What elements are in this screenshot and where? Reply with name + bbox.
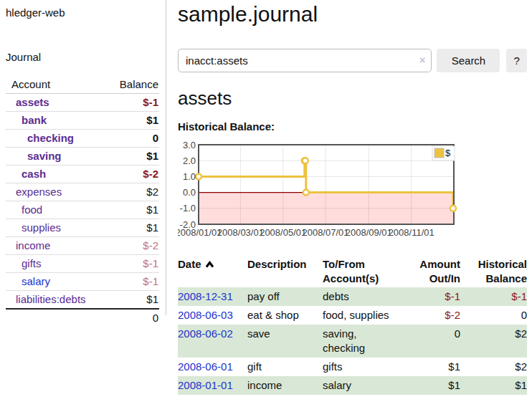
account-row[interactable]: salary$-1 — [6, 273, 159, 291]
sort-asc-icon — [205, 257, 214, 272]
account-row[interactable]: income$-2 — [6, 237, 159, 255]
register-cell-amount: $1 — [403, 376, 460, 395]
register-cell-balance: 0 — [460, 306, 527, 325]
y-tick-label: 1.0 — [183, 171, 196, 182]
register-row[interactable]: 2008-01-01incomesalary$1$1 — [178, 376, 527, 395]
accounts-table: Account Balance assets$-1bank$1checking0… — [6, 76, 159, 327]
register-cell-accounts: debts — [323, 287, 403, 306]
account-row[interactable]: saving$1 — [6, 148, 159, 166]
y-tick-label: 0.0 — [183, 187, 196, 198]
register-row[interactable]: 2008-06-02savesaving, checking0$2 — [178, 325, 527, 358]
register-row[interactable]: 2008-06-03eat & shopfood, supplies$-20 — [178, 306, 527, 325]
register-table: Date Description To/From Account(s) Amou… — [178, 256, 527, 395]
legend-label: $ — [445, 148, 451, 158]
x-tick-label: 2008/11/01 — [389, 227, 434, 238]
search-button[interactable]: Search — [437, 49, 500, 72]
register-cell-description: gift — [247, 358, 323, 376]
sidebar-account-saving[interactable]: saving — [27, 150, 62, 162]
sidebar-account-supplies[interactable]: supplies — [22, 221, 61, 234]
transaction-date-link[interactable]: 2008-06-02 — [178, 327, 233, 340]
accounts-tbody: assets$-1bank$1checking0saving$1cash$-2e… — [6, 94, 159, 310]
account-row[interactable]: food$1 — [6, 201, 159, 219]
search-input[interactable] — [178, 49, 432, 72]
register-cell-date[interactable]: 2008-06-03 — [178, 306, 247, 325]
sidebar-account-cash[interactable]: cash — [22, 168, 46, 180]
sidebar-account-income[interactable]: income — [16, 239, 50, 251]
sidebar-account-food[interactable]: food — [22, 203, 42, 216]
register-cell-accounts: gifts — [323, 358, 403, 376]
transaction-date-link[interactable]: 2008-01-01 — [178, 379, 233, 391]
register-row[interactable]: 2008-06-01giftgifts$1$2 — [178, 358, 527, 376]
register-cell-accounts: salary — [323, 376, 403, 395]
register-cell-date[interactable]: 2008-01-01 — [178, 376, 247, 395]
account-balance: $-1 — [101, 255, 159, 273]
register-cell-amount: 0 — [403, 325, 460, 358]
register-cell-description: pay off — [247, 287, 323, 306]
account-balance: $1 — [101, 201, 159, 219]
account-row[interactable]: bank$1 — [6, 112, 159, 130]
account-balance: 0 — [101, 130, 159, 148]
register-cell-amount: $-2 — [403, 306, 460, 325]
account-balance: $-2 — [101, 166, 159, 183]
transaction-date-link[interactable]: 2008-06-01 — [178, 360, 233, 373]
help-button[interactable]: ? — [506, 49, 527, 72]
account-balance: $-1 — [101, 273, 159, 291]
y-tick-label: 3.0 — [183, 140, 196, 150]
sidebar-account-expenses[interactable]: expenses — [16, 186, 62, 198]
account-row[interactable]: expenses$2 — [6, 183, 159, 201]
register-header-amount: Amount Out/In — [403, 256, 460, 287]
sidebar-account-liabilities-debts[interactable]: liabilities:debts — [16, 293, 86, 305]
account-balance: $1 — [101, 291, 159, 310]
account-balance: $-1 — [101, 94, 159, 112]
register-header-row: Date Description To/From Account(s) Amou… — [178, 256, 527, 287]
page-title: sample.journal — [178, 2, 527, 27]
account-row[interactable]: supplies$1 — [6, 219, 159, 237]
data-point — [450, 206, 456, 211]
account-row[interactable]: cash$-2 — [6, 166, 159, 183]
main-content: sample.journal × Search ? assets Histori… — [166, 2, 532, 395]
y-tick-label: 2.0 — [183, 155, 196, 166]
register-cell-amount: $-1 — [403, 287, 460, 306]
account-row[interactable]: gifts$-1 — [6, 255, 159, 273]
search-wrap: × — [178, 49, 432, 72]
register-cell-balance: $2 — [460, 358, 527, 376]
register-cell-date[interactable]: 2008-12-31 — [178, 287, 247, 306]
register-row[interactable]: 2008-12-31pay offdebts$-1$-1 — [178, 287, 527, 306]
x-tick-label: 2008/01/01 — [178, 227, 222, 238]
accounts-total-value: 0 — [101, 309, 159, 327]
register-header-date[interactable]: Date — [178, 256, 247, 287]
account-balance: $1 — [101, 112, 159, 130]
account-balance: $1 — [101, 148, 159, 166]
account-row[interactable]: assets$-1 — [6, 94, 159, 112]
search-row: × Search ? — [178, 49, 527, 72]
accounts-total-spacer — [6, 309, 101, 327]
register-header-description: Description — [247, 256, 323, 287]
accounts-header-balance: Balance — [101, 76, 159, 94]
register-cell-date[interactable]: 2008-06-01 — [178, 358, 247, 376]
transaction-date-link[interactable]: 2008-06-03 — [178, 309, 233, 321]
sidebar-account-gifts[interactable]: gifts — [22, 257, 42, 269]
account-balance: $1 — [101, 219, 159, 237]
sidebar-account-assets[interactable]: assets — [16, 96, 49, 108]
historical-balance-chart: 3.02.01.00.0-1.0-2.02008/01/012008/03/01… — [178, 140, 532, 241]
accounts-total-row: 0 — [6, 309, 159, 327]
account-row[interactable]: checking0 — [6, 130, 159, 148]
register-header-balance: Historical Balance — [460, 256, 527, 287]
x-tick-label: 2008/09/01 — [346, 227, 392, 238]
sidebar-account-checking[interactable]: checking — [27, 132, 74, 144]
legend-swatch — [434, 148, 444, 158]
register-cell-description: save — [247, 325, 323, 358]
sidebar-account-bank[interactable]: bank — [22, 114, 47, 126]
y-tick-label: -1.0 — [180, 203, 196, 214]
transaction-date-link[interactable]: 2008-12-31 — [178, 290, 233, 302]
register-header-accounts: To/From Account(s) — [323, 256, 403, 287]
data-point — [303, 190, 309, 196]
clear-search-icon[interactable]: × — [419, 54, 426, 66]
app-brand-link[interactable]: hledger-web — [6, 6, 159, 19]
register-cell-date[interactable]: 2008-06-02 — [178, 325, 247, 358]
sidebar-account-salary[interactable]: salary — [22, 275, 50, 287]
sidebar-item-journal[interactable]: Journal — [6, 51, 159, 63]
register-cell-accounts: food, supplies — [323, 306, 403, 325]
x-tick-label: 2008/03/01 — [217, 227, 264, 238]
account-row[interactable]: liabilities:debts$1 — [6, 291, 159, 310]
